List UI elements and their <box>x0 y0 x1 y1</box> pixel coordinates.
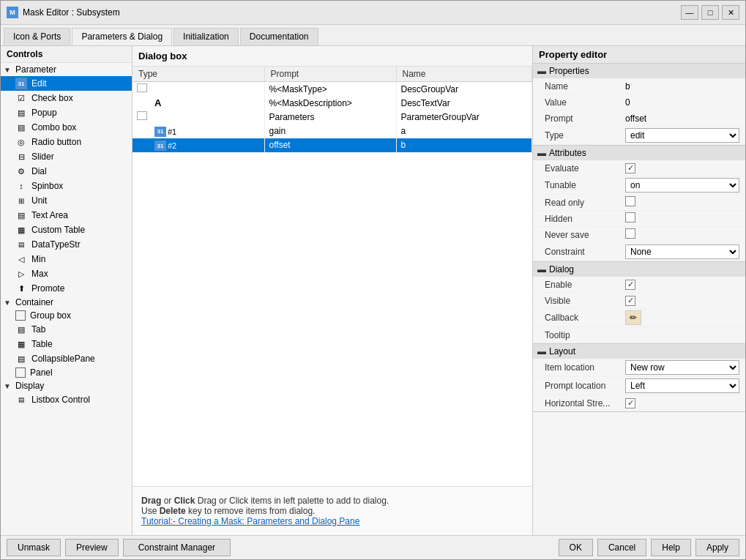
window-title: Mask Editor : Subsystem <box>23 7 120 18</box>
hidden-checkbox[interactable] <box>625 212 635 223</box>
apply-button[interactable]: Apply <box>695 539 739 556</box>
col-name: Name <box>396 67 532 82</box>
ok-button[interactable]: OK <box>559 539 593 556</box>
layout-hstretch-value <box>625 397 739 408</box>
control-radiobutton[interactable]: ◎ Radio button <box>1 135 132 149</box>
control-dial-label: Dial <box>31 166 47 176</box>
control-popup[interactable]: ▤ Popup <box>1 105 132 120</box>
layout-promptloc-value[interactable]: Left <box>625 378 739 393</box>
prop-type-select[interactable]: edit checkbox popup <box>625 128 739 143</box>
callback-edit-button[interactable]: ✏ <box>625 310 641 325</box>
prop-type-value[interactable]: edit checkbox popup <box>625 128 739 143</box>
control-groupbox[interactable]: Group box <box>1 309 132 322</box>
properties-section: ▬ Properties Name b Value 0 Prompt offse… <box>533 64 745 146</box>
col-prompt: Prompt <box>264 67 396 82</box>
hstretch-checkbox[interactable] <box>625 398 635 408</box>
min-icon: ◁ <box>15 253 27 265</box>
dialog-enable-label: Enable <box>545 280 625 290</box>
customtable-icon: ▦ <box>15 224 27 236</box>
prompt-location-select[interactable]: Left <box>625 378 739 393</box>
evaluate-checkbox[interactable] <box>625 163 635 173</box>
tab-icon: ▤ <box>15 324 27 335</box>
table-row[interactable]: 31 #2 offset b <box>133 138 532 153</box>
neversave-checkbox[interactable] <box>625 228 635 239</box>
control-collapsiblepane[interactable]: ▤ CollapsiblePane <box>1 351 132 366</box>
control-table[interactable]: ▦ Table <box>1 337 132 351</box>
properties-section-label: Properties <box>549 66 589 76</box>
control-panel-label: Panel <box>30 367 53 378</box>
control-min-label: Min <box>31 254 45 264</box>
control-promote[interactable]: ⬆ Promote <box>1 281 132 296</box>
minimize-button[interactable]: — <box>681 5 698 20</box>
control-combobox[interactable]: ▤ Combo box <box>1 120 132 135</box>
properties-section-header[interactable]: ▬ Properties <box>533 64 745 78</box>
control-table-label: Table <box>31 339 53 349</box>
row5-name: b <box>396 138 532 153</box>
dialog-section-header[interactable]: ▬ Dialog <box>533 262 745 277</box>
section-display[interactable]: ▼ Display <box>1 379 132 392</box>
table-row[interactable]: 31 #1 gain a <box>133 124 532 138</box>
tab-parameters-dialog[interactable]: Parameters & Dialog <box>72 28 172 45</box>
control-listboxcontrol-label: Listbox Control <box>31 395 90 405</box>
close-button[interactable]: ✕ <box>722 5 739 20</box>
control-customtable[interactable]: ▦ Custom Table <box>1 223 132 237</box>
constraint-manager-button[interactable]: Constraint Manager <box>123 539 231 556</box>
table-row[interactable]: %<MaskType> DescGroupVar <box>133 82 532 97</box>
hint-link[interactable]: Tutorial:- Creating a Mask: Parameters a… <box>141 516 359 526</box>
control-panel[interactable]: Panel <box>1 366 132 379</box>
control-dial[interactable]: ⚙ Dial <box>1 164 132 179</box>
control-max[interactable]: ▷ Max <box>1 266 132 281</box>
control-checkbox[interactable]: ☑ Check box <box>1 91 132 105</box>
tab-icon-ports[interactable]: Icon & Ports <box>4 28 70 45</box>
layout-itemloc-value[interactable]: New row <box>625 360 739 375</box>
controls-panel: Controls ▼ Parameter 31 Edit ☑ Check box… <box>1 46 133 535</box>
readonly-checkbox[interactable] <box>625 196 635 206</box>
control-edit[interactable]: 31 Edit <box>1 76 132 91</box>
attr-tunable-value[interactable]: on off <box>625 178 739 193</box>
help-button[interactable]: Help <box>651 539 691 556</box>
bottom-bar: Unmask Preview Constraint Manager OK Can… <box>1 535 745 559</box>
constraint-select[interactable]: None <box>625 244 739 259</box>
row1-prompt: %<MaskType> <box>264 82 396 97</box>
table-row[interactable]: Parameters ParameterGroupVar <box>133 110 532 124</box>
attr-readonly-value <box>625 196 739 209</box>
attributes-section-header[interactable]: ▬ Attributes <box>533 146 745 160</box>
cancel-button[interactable]: Cancel <box>597 539 646 556</box>
table-row[interactable]: A %<MaskDescription> DescTextVar <box>133 96 532 110</box>
dialog-callback-value: ✏ <box>625 310 739 325</box>
dialog-tooltip-label: Tooltip <box>545 330 625 340</box>
layout-section-header[interactable]: ▬ Layout <box>533 344 745 359</box>
item-location-select[interactable]: New row <box>625 360 739 375</box>
unmask-button[interactable]: Unmask <box>7 539 61 556</box>
controls-header: Controls <box>1 46 132 63</box>
enable-checkbox[interactable] <box>625 280 635 290</box>
section-label-container: Container <box>15 297 53 307</box>
textarea-icon: ▤ <box>15 209 27 221</box>
listboxcontrol-icon: ▤ <box>15 394 27 406</box>
control-tab[interactable]: ▤ Tab <box>1 322 132 337</box>
control-listboxcontrol[interactable]: ▤ Listbox Control <box>1 392 132 407</box>
control-min[interactable]: ◁ Min <box>1 252 132 266</box>
edit-icon: 31 <box>15 78 27 89</box>
collapse-icon-container: ▼ <box>4 299 12 307</box>
control-slider[interactable]: ⊟ Slider <box>1 149 132 164</box>
control-spinbox[interactable]: ↕ Spinbox <box>1 179 132 193</box>
control-textarea[interactable]: ▤ Text Area <box>1 208 132 223</box>
row4-name: a <box>396 124 532 138</box>
section-parameter[interactable]: ▼ Parameter <box>1 63 132 76</box>
tab-initialization[interactable]: Initialization <box>174 28 239 45</box>
control-datatypestr[interactable]: ▤ DataTypeStr <box>1 237 132 252</box>
control-unit[interactable]: ⊞ Unit <box>1 193 132 208</box>
preview-button[interactable]: Preview <box>65 539 119 556</box>
section-container[interactable]: ▼ Container <box>1 296 132 309</box>
tunable-select[interactable]: on off <box>625 178 739 193</box>
row2-prompt: %<MaskDescription> <box>264 96 396 110</box>
controls-list: ▼ Parameter 31 Edit ☑ Check box ▤ Popup … <box>1 63 132 535</box>
tab-documentation[interactable]: Documentation <box>240 28 318 45</box>
unit-icon: ⊞ <box>15 195 27 206</box>
attr-constraint-value[interactable]: None <box>625 244 739 259</box>
attr-tunable-row: Tunable on off <box>533 176 745 195</box>
dialog-section-label: Dialog <box>549 264 574 275</box>
maximize-button[interactable]: □ <box>701 5 719 20</box>
visible-checkbox[interactable] <box>625 296 635 306</box>
